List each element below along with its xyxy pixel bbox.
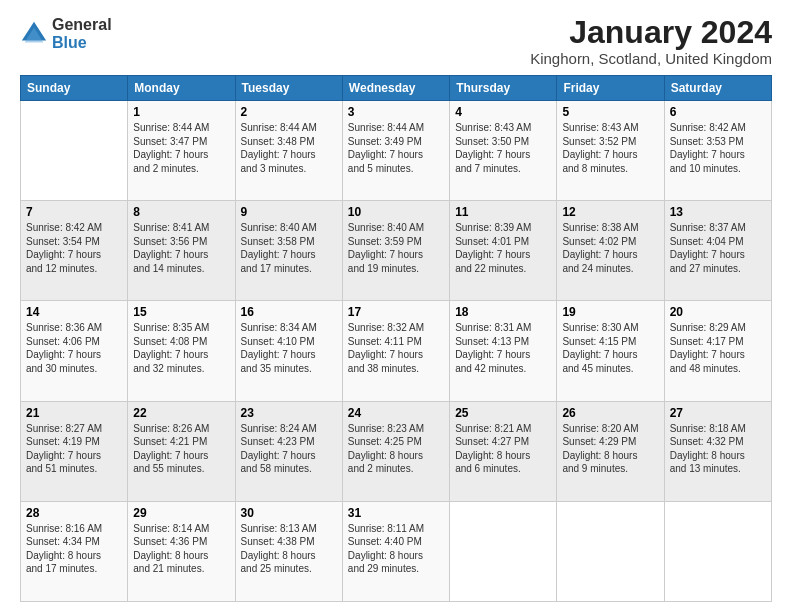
day-info: Sunrise: 8:32 AM Sunset: 4:11 PM Dayligh… — [348, 321, 444, 375]
calendar-cell: 9Sunrise: 8:40 AM Sunset: 3:58 PM Daylig… — [235, 201, 342, 301]
day-info: Sunrise: 8:13 AM Sunset: 4:38 PM Dayligh… — [241, 522, 337, 576]
day-number: 21 — [26, 406, 122, 420]
day-number: 11 — [455, 205, 551, 219]
day-info: Sunrise: 8:39 AM Sunset: 4:01 PM Dayligh… — [455, 221, 551, 275]
day-info: Sunrise: 8:11 AM Sunset: 4:40 PM Dayligh… — [348, 522, 444, 576]
day-info: Sunrise: 8:43 AM Sunset: 3:52 PM Dayligh… — [562, 121, 658, 175]
week-row-3: 14Sunrise: 8:36 AM Sunset: 4:06 PM Dayli… — [21, 301, 772, 401]
day-number: 10 — [348, 205, 444, 219]
calendar-cell — [450, 501, 557, 601]
calendar-cell: 28Sunrise: 8:16 AM Sunset: 4:34 PM Dayli… — [21, 501, 128, 601]
calendar-cell: 15Sunrise: 8:35 AM Sunset: 4:08 PM Dayli… — [128, 301, 235, 401]
day-number: 28 — [26, 506, 122, 520]
calendar-cell: 20Sunrise: 8:29 AM Sunset: 4:17 PM Dayli… — [664, 301, 771, 401]
day-header-saturday: Saturday — [664, 76, 771, 101]
calendar-cell: 21Sunrise: 8:27 AM Sunset: 4:19 PM Dayli… — [21, 401, 128, 501]
day-number: 4 — [455, 105, 551, 119]
day-number: 18 — [455, 305, 551, 319]
day-number: 22 — [133, 406, 229, 420]
day-header-monday: Monday — [128, 76, 235, 101]
day-info: Sunrise: 8:40 AM Sunset: 3:58 PM Dayligh… — [241, 221, 337, 275]
day-number: 27 — [670, 406, 766, 420]
calendar-cell: 2Sunrise: 8:44 AM Sunset: 3:48 PM Daylig… — [235, 101, 342, 201]
logo-text: General Blue — [52, 16, 112, 51]
calendar-cell: 27Sunrise: 8:18 AM Sunset: 4:32 PM Dayli… — [664, 401, 771, 501]
day-number: 17 — [348, 305, 444, 319]
calendar-cell: 17Sunrise: 8:32 AM Sunset: 4:11 PM Dayli… — [342, 301, 449, 401]
day-number: 15 — [133, 305, 229, 319]
calendar-cell: 30Sunrise: 8:13 AM Sunset: 4:38 PM Dayli… — [235, 501, 342, 601]
logo-blue: Blue — [52, 34, 112, 52]
day-number: 3 — [348, 105, 444, 119]
calendar-cell — [664, 501, 771, 601]
week-row-2: 7Sunrise: 8:42 AM Sunset: 3:54 PM Daylig… — [21, 201, 772, 301]
logo-general: General — [52, 16, 112, 34]
day-info: Sunrise: 8:20 AM Sunset: 4:29 PM Dayligh… — [562, 422, 658, 476]
calendar-cell: 5Sunrise: 8:43 AM Sunset: 3:52 PM Daylig… — [557, 101, 664, 201]
day-info: Sunrise: 8:44 AM Sunset: 3:48 PM Dayligh… — [241, 121, 337, 175]
calendar-cell: 25Sunrise: 8:21 AM Sunset: 4:27 PM Dayli… — [450, 401, 557, 501]
day-info: Sunrise: 8:37 AM Sunset: 4:04 PM Dayligh… — [670, 221, 766, 275]
title-block: January 2024 Kinghorn, Scotland, United … — [530, 16, 772, 67]
day-header-tuesday: Tuesday — [235, 76, 342, 101]
day-header-sunday: Sunday — [21, 76, 128, 101]
day-header-friday: Friday — [557, 76, 664, 101]
location: Kinghorn, Scotland, United Kingdom — [530, 50, 772, 67]
day-info: Sunrise: 8:21 AM Sunset: 4:27 PM Dayligh… — [455, 422, 551, 476]
month-title: January 2024 — [530, 16, 772, 48]
day-number: 12 — [562, 205, 658, 219]
day-number: 26 — [562, 406, 658, 420]
day-number: 19 — [562, 305, 658, 319]
day-number: 20 — [670, 305, 766, 319]
days-header-row: SundayMondayTuesdayWednesdayThursdayFrid… — [21, 76, 772, 101]
day-number: 14 — [26, 305, 122, 319]
calendar-cell: 10Sunrise: 8:40 AM Sunset: 3:59 PM Dayli… — [342, 201, 449, 301]
day-info: Sunrise: 8:30 AM Sunset: 4:15 PM Dayligh… — [562, 321, 658, 375]
calendar-cell: 22Sunrise: 8:26 AM Sunset: 4:21 PM Dayli… — [128, 401, 235, 501]
day-number: 29 — [133, 506, 229, 520]
day-info: Sunrise: 8:36 AM Sunset: 4:06 PM Dayligh… — [26, 321, 122, 375]
day-info: Sunrise: 8:38 AM Sunset: 4:02 PM Dayligh… — [562, 221, 658, 275]
calendar-cell: 4Sunrise: 8:43 AM Sunset: 3:50 PM Daylig… — [450, 101, 557, 201]
calendar-cell: 18Sunrise: 8:31 AM Sunset: 4:13 PM Dayli… — [450, 301, 557, 401]
day-number: 2 — [241, 105, 337, 119]
day-number: 5 — [562, 105, 658, 119]
calendar-cell: 7Sunrise: 8:42 AM Sunset: 3:54 PM Daylig… — [21, 201, 128, 301]
calendar-cell: 8Sunrise: 8:41 AM Sunset: 3:56 PM Daylig… — [128, 201, 235, 301]
calendar-cell: 14Sunrise: 8:36 AM Sunset: 4:06 PM Dayli… — [21, 301, 128, 401]
header: General Blue January 2024 Kinghorn, Scot… — [20, 16, 772, 67]
day-info: Sunrise: 8:41 AM Sunset: 3:56 PM Dayligh… — [133, 221, 229, 275]
calendar-cell: 16Sunrise: 8:34 AM Sunset: 4:10 PM Dayli… — [235, 301, 342, 401]
day-number: 25 — [455, 406, 551, 420]
calendar-cell: 13Sunrise: 8:37 AM Sunset: 4:04 PM Dayli… — [664, 201, 771, 301]
page: General Blue January 2024 Kinghorn, Scot… — [0, 0, 792, 612]
day-info: Sunrise: 8:42 AM Sunset: 3:53 PM Dayligh… — [670, 121, 766, 175]
calendar-cell: 11Sunrise: 8:39 AM Sunset: 4:01 PM Dayli… — [450, 201, 557, 301]
calendar-cell: 3Sunrise: 8:44 AM Sunset: 3:49 PM Daylig… — [342, 101, 449, 201]
day-number: 31 — [348, 506, 444, 520]
day-info: Sunrise: 8:18 AM Sunset: 4:32 PM Dayligh… — [670, 422, 766, 476]
day-info: Sunrise: 8:34 AM Sunset: 4:10 PM Dayligh… — [241, 321, 337, 375]
day-number: 24 — [348, 406, 444, 420]
day-info: Sunrise: 8:14 AM Sunset: 4:36 PM Dayligh… — [133, 522, 229, 576]
day-info: Sunrise: 8:27 AM Sunset: 4:19 PM Dayligh… — [26, 422, 122, 476]
logo-icon — [20, 20, 48, 48]
day-number: 30 — [241, 506, 337, 520]
day-number: 1 — [133, 105, 229, 119]
logo: General Blue — [20, 16, 112, 51]
day-number: 6 — [670, 105, 766, 119]
day-info: Sunrise: 8:23 AM Sunset: 4:25 PM Dayligh… — [348, 422, 444, 476]
day-info: Sunrise: 8:26 AM Sunset: 4:21 PM Dayligh… — [133, 422, 229, 476]
day-header-wednesday: Wednesday — [342, 76, 449, 101]
day-info: Sunrise: 8:16 AM Sunset: 4:34 PM Dayligh… — [26, 522, 122, 576]
calendar-body: 1Sunrise: 8:44 AM Sunset: 3:47 PM Daylig… — [21, 101, 772, 602]
day-info: Sunrise: 8:31 AM Sunset: 4:13 PM Dayligh… — [455, 321, 551, 375]
day-info: Sunrise: 8:42 AM Sunset: 3:54 PM Dayligh… — [26, 221, 122, 275]
day-number: 8 — [133, 205, 229, 219]
calendar: SundayMondayTuesdayWednesdayThursdayFrid… — [20, 75, 772, 602]
day-number: 7 — [26, 205, 122, 219]
day-number: 16 — [241, 305, 337, 319]
day-info: Sunrise: 8:44 AM Sunset: 3:47 PM Dayligh… — [133, 121, 229, 175]
week-row-5: 28Sunrise: 8:16 AM Sunset: 4:34 PM Dayli… — [21, 501, 772, 601]
calendar-cell: 31Sunrise: 8:11 AM Sunset: 4:40 PM Dayli… — [342, 501, 449, 601]
